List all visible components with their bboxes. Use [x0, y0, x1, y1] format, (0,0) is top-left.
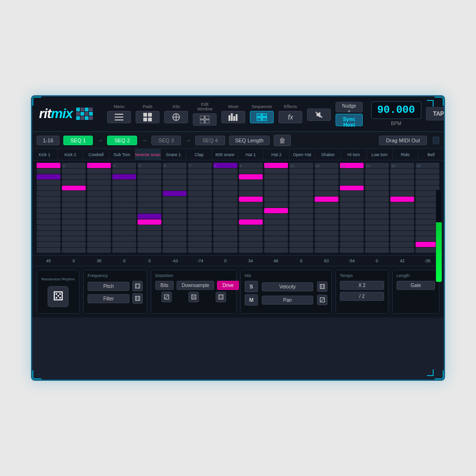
bits-dice[interactable]: ⚂ — [161, 292, 172, 302]
step-9-5[interactable] — [264, 191, 288, 196]
step-5-14[interactable] — [163, 242, 187, 247]
step-7-8[interactable] — [213, 208, 237, 213]
step-6-14[interactable] — [188, 242, 212, 247]
step-9-4[interactable] — [264, 186, 288, 191]
step-4-1[interactable] — [138, 169, 161, 174]
range-button[interactable]: 1-16 — [37, 136, 60, 145]
step-2-5[interactable] — [87, 191, 111, 196]
step-3-1[interactable] — [112, 169, 136, 174]
step-13-7[interactable] — [365, 202, 389, 208]
step-2-13[interactable] — [87, 236, 111, 241]
step-10-7[interactable] — [289, 202, 313, 208]
step-13-14[interactable] — [365, 242, 389, 247]
step-8-7[interactable] — [239, 202, 263, 208]
step-3-14[interactable] — [112, 242, 136, 247]
step-2-0[interactable] — [87, 163, 111, 168]
step-10-5[interactable] — [289, 191, 313, 196]
step-7-12[interactable] — [213, 231, 237, 236]
step-14-8[interactable] — [390, 208, 414, 213]
track-name-5[interactable]: Snare 1 — [161, 149, 187, 160]
step-3-7[interactable] — [112, 202, 136, 208]
step-8-2[interactable] — [239, 174, 263, 179]
edit-window-button[interactable] — [193, 113, 217, 126]
step-1-3[interactable] — [62, 180, 86, 185]
step-6-0[interactable] — [188, 163, 212, 168]
step-2-6[interactable] — [87, 197, 111, 202]
pads-button[interactable] — [136, 111, 159, 123]
track-name-15[interactable]: Bell — [418, 149, 444, 160]
step-12-10[interactable] — [340, 219, 364, 225]
mute-button[interactable] — [307, 109, 331, 121]
sequencer-button[interactable] — [250, 111, 274, 123]
step-14-2[interactable] — [390, 174, 414, 179]
step-11-2[interactable] — [315, 174, 338, 179]
step-3-9[interactable] — [112, 214, 136, 219]
pitch-button[interactable]: Pitch — [88, 282, 129, 291]
step-4-9[interactable] — [138, 214, 161, 219]
bpm-display[interactable]: 90.000 — [371, 101, 421, 119]
step-10-4[interactable] — [289, 186, 313, 191]
step-4-2[interactable] — [138, 174, 161, 179]
step-11-6[interactable] — [315, 197, 338, 202]
velocity-button[interactable]: Velocity — [262, 282, 313, 291]
track-name-4[interactable]: Reverse snare — [135, 149, 161, 160]
track-name-11[interactable]: Shaker — [315, 149, 341, 160]
step-9-2[interactable] — [264, 174, 288, 179]
mixer-button[interactable] — [221, 111, 245, 123]
seq1-button[interactable]: SEQ 1 — [63, 136, 93, 145]
step-0-8[interactable] — [37, 208, 60, 213]
step-11-5[interactable] — [315, 191, 338, 196]
step-1-7[interactable] — [62, 202, 86, 208]
step-1-10[interactable] — [62, 219, 86, 225]
track-name-3[interactable]: Sub Tom — [109, 149, 135, 160]
step-6-3[interactable] — [188, 180, 212, 185]
step-2-4[interactable] — [87, 186, 111, 191]
step-9-12[interactable] — [264, 231, 288, 236]
step-14-1[interactable] — [390, 169, 414, 174]
step-4-6[interactable] — [138, 197, 161, 202]
step-10-9[interactable] — [289, 214, 313, 219]
step-6-15[interactable] — [188, 248, 212, 253]
track-name-12[interactable]: Hi tom — [341, 149, 367, 160]
step-15-1[interactable] — [416, 169, 439, 174]
pan-dice[interactable]: ⚂ — [317, 295, 327, 305]
step-1-1[interactable] — [62, 169, 86, 174]
step-14-14[interactable] — [390, 242, 414, 247]
step-0-0[interactable] — [37, 163, 60, 168]
step-10-3[interactable] — [289, 180, 313, 185]
step-6-4[interactable] — [188, 186, 212, 191]
step-12-5[interactable] — [340, 191, 364, 196]
step-14-12[interactable] — [390, 231, 414, 236]
step-5-11[interactable] — [163, 225, 187, 230]
seq-length-button[interactable]: SEQ Length — [229, 136, 270, 145]
step-2-12[interactable] — [87, 231, 111, 236]
seq4-button[interactable]: SEQ 4 — [195, 136, 225, 145]
step-5-6[interactable] — [163, 197, 187, 202]
step-5-0[interactable] — [163, 163, 187, 168]
step-2-14[interactable] — [87, 242, 111, 247]
step-13-4[interactable] — [365, 186, 389, 191]
step-12-3[interactable] — [340, 180, 364, 185]
step-1-11[interactable] — [62, 225, 86, 230]
randomize-dice[interactable]: ⚄ — [48, 286, 69, 307]
step-15-2[interactable] — [416, 174, 439, 179]
step-3-10[interactable] — [112, 219, 136, 225]
step-12-1[interactable] — [340, 169, 364, 174]
volume-fader[interactable] — [436, 189, 442, 282]
step-4-14[interactable] — [138, 242, 161, 247]
step-11-10[interactable] — [315, 219, 338, 225]
step-11-11[interactable] — [315, 225, 338, 230]
step-1-14[interactable] — [62, 242, 86, 247]
step-13-13[interactable] — [365, 236, 389, 241]
step-0-6[interactable] — [37, 197, 60, 202]
step-14-3[interactable] — [390, 180, 414, 185]
step-7-7[interactable] — [213, 202, 237, 208]
step-8-12[interactable] — [239, 231, 263, 236]
step-14-15[interactable] — [390, 248, 414, 253]
step-10-8[interactable] — [289, 208, 313, 213]
drag-midi-button[interactable]: Drag MIDI Out — [379, 136, 427, 145]
step-7-10[interactable] — [213, 219, 237, 225]
seq3-button[interactable]: SEQ 3 — [151, 136, 181, 145]
step-7-9[interactable] — [213, 214, 237, 219]
step-12-7[interactable] — [340, 202, 364, 208]
